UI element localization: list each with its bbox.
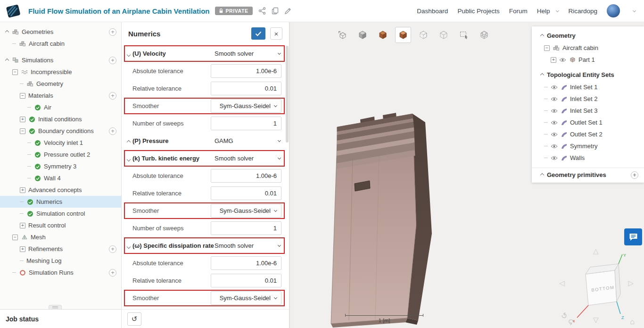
solid-view-button[interactable] bbox=[375, 27, 391, 43]
model-aircraft-cabin[interactable] bbox=[304, 107, 445, 328]
visibility-eye-icon[interactable] bbox=[551, 144, 558, 149]
close-button[interactable]: × bbox=[270, 27, 282, 40]
sidebar-item-result-control[interactable]: +Result control bbox=[0, 219, 121, 231]
tree-expand-icon[interactable]: + bbox=[20, 117, 25, 122]
tree-expand-icon[interactable]: + bbox=[20, 187, 25, 193]
input-field[interactable]: 1.00e-6 bbox=[211, 169, 281, 183]
scene-item-inlet-set-3[interactable]: Inlet Set 3 bbox=[532, 105, 644, 117]
tree-collapse-icon[interactable]: − bbox=[12, 69, 18, 75]
scene-section-geometry[interactable]: Geometry bbox=[532, 29, 644, 42]
scene-item-part-1[interactable]: +Part 1 bbox=[532, 54, 644, 66]
sidebar-item-simulation-runs[interactable]: Simulation Runs+ bbox=[0, 267, 121, 278]
sidebar-item-pressure-outlet-2[interactable]: Pressure outlet 2 bbox=[0, 149, 121, 160]
nav-ricardopg[interactable]: Ricardopg bbox=[568, 8, 597, 15]
scene-item-outlet-set-2[interactable]: Outlet Set 2 bbox=[532, 128, 644, 140]
sidebar-item-mesh[interactable]: −Mesh bbox=[0, 231, 121, 243]
solver-select[interactable]: Smooth solver bbox=[215, 50, 281, 57]
tree-collapse-icon[interactable]: − bbox=[20, 93, 25, 99]
sidebar-item-advanced-concepts[interactable]: +Advanced concepts bbox=[0, 184, 121, 196]
sidebar-item-incompressible[interactable]: −Incompressible bbox=[0, 66, 121, 78]
user-avatar[interactable] bbox=[607, 4, 620, 17]
row-expander[interactable] bbox=[126, 137, 132, 145]
sidebar-item-meshing-log[interactable]: Meshing Log bbox=[0, 255, 121, 267]
box-select-button[interactable] bbox=[456, 27, 472, 43]
input-field[interactable]: 1 bbox=[211, 221, 281, 235]
scene-section-topological-entity-sets[interactable]: Topological Entity Sets bbox=[532, 68, 644, 81]
sidebar-item-geometry[interactable]: Geometry bbox=[0, 78, 121, 90]
scene-item-aircraft-cabin[interactable]: −Aircraft cabin bbox=[532, 42, 644, 54]
apply-button[interactable] bbox=[251, 27, 265, 40]
solver-select[interactable]: Smooth solver bbox=[215, 155, 281, 162]
visibility-eye-icon[interactable] bbox=[551, 97, 558, 101]
add-button[interactable]: + bbox=[631, 171, 638, 179]
sidebar-item-symmetry-3[interactable]: Symmetry 3 bbox=[0, 160, 121, 172]
scrollbar-thumb[interactable] bbox=[286, 46, 289, 143]
tree-expand-icon[interactable]: + bbox=[20, 223, 25, 228]
visibility-eye-icon[interactable] bbox=[559, 58, 566, 62]
sidebar-item-initial-conditions[interactable]: +Initial conditions bbox=[0, 113, 121, 125]
sidebar-item-simulations[interactable]: Simulations+ bbox=[0, 54, 121, 66]
solver-select[interactable]: Smooth solver bbox=[215, 242, 281, 249]
add-button[interactable]: + bbox=[109, 57, 116, 64]
scene-item-symmetry[interactable]: Symmetry bbox=[532, 140, 644, 152]
sidebar-item-boundary-conditions[interactable]: −Boundary conditions+ bbox=[0, 125, 121, 137]
scene-item-inlet-set-1[interactable]: Inlet Set 1 bbox=[532, 81, 644, 93]
select-field[interactable]: Sym-Gauss-Seidel bbox=[211, 204, 281, 218]
add-button[interactable]: + bbox=[109, 245, 116, 253]
mesh-view-button[interactable] bbox=[476, 27, 492, 43]
row-expander[interactable] bbox=[126, 242, 132, 250]
orientation-cube[interactable]: BOTTOM Y x Z bbox=[563, 252, 634, 328]
sidebar-item-velocity-inlet-1[interactable]: Velocity inlet 1 bbox=[0, 137, 121, 149]
duplicate-icon[interactable] bbox=[272, 7, 279, 15]
solver-select[interactable]: GAMG bbox=[215, 137, 281, 144]
share-icon[interactable] bbox=[258, 7, 266, 15]
tree-collapse-icon[interactable]: − bbox=[20, 128, 25, 134]
input-field[interactable]: 1 bbox=[211, 117, 281, 130]
sidebar-item-refinements[interactable]: +Refinements+ bbox=[0, 243, 121, 255]
job-status-bar[interactable]: Job status bbox=[0, 309, 121, 328]
add-button[interactable]: + bbox=[109, 28, 116, 36]
select-field[interactable]: Sym-Gauss-Seidel bbox=[211, 99, 281, 113]
nav-help[interactable]: Help bbox=[537, 8, 559, 15]
row-expander[interactable] bbox=[126, 154, 132, 163]
visibility-eye-icon[interactable] bbox=[551, 156, 558, 160]
fit-view-button[interactable] bbox=[334, 27, 350, 43]
add-button[interactable]: + bbox=[109, 92, 116, 100]
input-field[interactable]: 1.00e-6 bbox=[211, 64, 281, 78]
sidebar-collapse-handle[interactable] bbox=[49, 305, 62, 309]
undo-button[interactable]: ↺ bbox=[127, 312, 141, 326]
chat-button[interactable] bbox=[624, 228, 642, 245]
edit-icon[interactable] bbox=[284, 8, 291, 15]
input-field[interactable]: 0.01 bbox=[211, 274, 281, 287]
row-expander[interactable] bbox=[126, 50, 132, 58]
ghost-view-button[interactable] bbox=[415, 27, 431, 43]
sidebar-item-numerics[interactable]: Numerics bbox=[0, 196, 121, 208]
sidebar-item-geometries[interactable]: Geometries+ bbox=[0, 26, 121, 38]
tree-expand-icon[interactable]: + bbox=[551, 57, 556, 63]
scene-item-outlet-set-1[interactable]: Outlet Set 1 bbox=[532, 117, 644, 128]
input-field[interactable]: 0.01 bbox=[211, 82, 281, 95]
simscale-logo-icon[interactable] bbox=[4, 4, 23, 18]
tree-collapse-icon[interactable]: − bbox=[12, 235, 18, 240]
surface-select-button[interactable] bbox=[395, 27, 411, 43]
sidebar-item-simulation-control[interactable]: Simulation control bbox=[0, 208, 121, 219]
sidebar-item-wall-4[interactable]: Wall 4 bbox=[0, 172, 121, 184]
add-button[interactable]: + bbox=[109, 127, 116, 135]
scene-item-inlet-set-2[interactable]: Inlet Set 2 bbox=[532, 93, 644, 105]
viewport-3d[interactable]: 1 [m] △ ◁ ▷ ▽ ↺ ↻ ⌂ BOTTOM bbox=[289, 22, 644, 328]
visibility-eye-icon[interactable] bbox=[551, 109, 558, 113]
select-field[interactable]: Sym-Gauss-Seidel bbox=[211, 291, 281, 305]
wireframe-view-button[interactable] bbox=[436, 27, 452, 43]
input-field[interactable]: 1.00e-6 bbox=[211, 256, 281, 270]
nav-public-projects[interactable]: Public Projects bbox=[457, 8, 499, 15]
tree-collapse-icon[interactable]: − bbox=[544, 45, 550, 51]
scene-item-walls[interactable]: Walls bbox=[532, 152, 644, 164]
tree-expand-icon[interactable]: + bbox=[20, 246, 25, 252]
shaded-view-button[interactable] bbox=[355, 27, 371, 43]
visibility-eye-icon[interactable] bbox=[551, 132, 558, 137]
nav-dashboard[interactable]: Dashboard bbox=[417, 8, 448, 15]
input-field[interactable]: 0.01 bbox=[211, 186, 281, 200]
nav-forum[interactable]: Forum bbox=[509, 8, 528, 15]
add-button[interactable]: + bbox=[109, 269, 116, 277]
visibility-eye-icon[interactable] bbox=[551, 85, 558, 90]
